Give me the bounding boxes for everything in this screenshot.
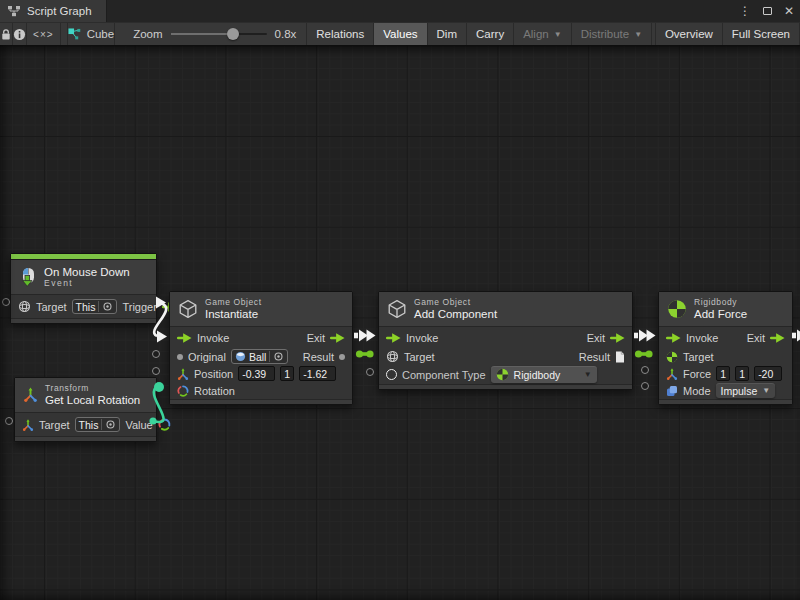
graph-canvas[interactable]: On Mouse Down Event Target This Trigger: [0, 45, 800, 600]
carry-button[interactable]: Carry: [467, 23, 514, 45]
flow-row: Invoke Exit: [379, 327, 632, 348]
node-header: Transform Get Local Rotation: [15, 378, 156, 413]
rigidbody-icon: [667, 299, 687, 319]
port-onmousedown-target[interactable]: [2, 298, 10, 306]
full-screen-button[interactable]: Full Screen: [723, 23, 800, 45]
result-doc-port[interactable]: [615, 351, 625, 363]
trigger-label: Trigger: [122, 301, 156, 313]
object-picker-icon[interactable]: [98, 301, 113, 312]
target-this-chip[interactable]: This: [75, 417, 121, 432]
exit-port[interactable]: [330, 333, 345, 343]
original-ball-chip[interactable]: Ball: [231, 349, 289, 364]
port-row: Rotation: [170, 382, 352, 399]
zoom-slider-handle[interactable]: [227, 28, 239, 40]
value-link-result-target-2: [635, 350, 653, 357]
invoke-port[interactable]: [386, 333, 401, 343]
flow-link-edge: [792, 330, 800, 342]
port-row: Position -0.39 1 -1.62: [170, 365, 352, 382]
zoom-slider-fill: [171, 33, 233, 35]
values-button[interactable]: Values: [374, 23, 427, 45]
node-title: Instantiate: [205, 308, 262, 320]
maximize-icon[interactable]: [763, 7, 772, 15]
lock-button[interactable]: [0, 23, 13, 45]
value-link-result-target: [356, 350, 374, 357]
zoom-slider[interactable]: [171, 33, 267, 35]
node-header: Game Object Add Component: [379, 292, 632, 327]
node-header: Rigidbody Add Force: [659, 292, 792, 327]
node-add-force[interactable]: Rigidbody Add Force Invoke Exit Target: [658, 291, 793, 405]
close-icon[interactable]: ✕: [784, 5, 794, 17]
value-label: Value: [125, 419, 152, 431]
exit-label: Exit: [307, 332, 325, 344]
dim-button[interactable]: Dim: [428, 23, 467, 45]
force-z-input[interactable]: -20: [754, 366, 782, 381]
port-row: Component Type Rigidbody ▼: [379, 365, 632, 384]
object-picker-icon[interactable]: [269, 351, 284, 362]
target-label: Target: [683, 351, 714, 363]
target-this-chip[interactable]: This: [72, 299, 118, 314]
inspect-button[interactable]: [13, 23, 27, 45]
overview-button[interactable]: Overview: [655, 23, 723, 45]
port-row: Mode Impulse ▼: [659, 382, 792, 399]
position-axes-icon: [177, 368, 189, 380]
exit-label: Exit: [747, 332, 765, 344]
port-instantiate-rotation-connected[interactable]: [154, 382, 164, 392]
exit-port[interactable]: [770, 333, 785, 343]
flow-row: Invoke Exit: [170, 327, 352, 348]
gameobject-cube-icon: [387, 299, 407, 319]
invoke-port[interactable]: [177, 333, 192, 343]
object-picker-icon[interactable]: [101, 419, 116, 430]
node-title: On Mouse Down: [44, 266, 130, 278]
result-port[interactable]: [339, 354, 345, 360]
mouse-icon: [19, 267, 37, 287]
rotation-value-port[interactable]: [158, 418, 171, 431]
port-getrotation-target[interactable]: [5, 417, 13, 425]
gameobject-icon: [18, 300, 31, 313]
edit-code-button[interactable]: <×>: [27, 23, 61, 45]
node-footer: [379, 384, 632, 389]
mode-label: Mode: [683, 385, 711, 397]
position-x-input[interactable]: -0.39: [238, 366, 275, 381]
force-y-input[interactable]: 1: [735, 366, 749, 381]
tab-script-graph[interactable]: Script Graph: [0, 0, 107, 22]
exit-port[interactable]: [610, 333, 625, 343]
lock-icon: [0, 28, 12, 41]
invoke-label: Invoke: [406, 332, 438, 344]
zoom-label: Zoom: [133, 28, 162, 40]
port-instantiate-position[interactable]: [152, 367, 160, 375]
window-controls: ⋮ ✕: [739, 0, 794, 22]
exit-label: Exit: [587, 332, 605, 344]
rotation-icon: [177, 385, 189, 397]
node-get-local-rotation[interactable]: Transform Get Local Rotation Target This…: [14, 377, 157, 442]
node-add-component[interactable]: Game Object Add Component Invoke Exit Ta…: [378, 291, 633, 390]
port-addforce-force[interactable]: [641, 366, 649, 374]
port-addforce-mode[interactable]: [641, 382, 649, 390]
node-header: Game Object Instantiate: [170, 292, 352, 327]
align-button[interactable]: Align ▼: [514, 23, 572, 45]
chevron-down-icon: ▼: [584, 370, 592, 379]
node-footer: [170, 399, 352, 404]
port-addcomponent-type[interactable]: [366, 368, 374, 376]
force-x-input[interactable]: 1: [716, 366, 730, 381]
node-on-mouse-down[interactable]: On Mouse Down Event Target This Trigger: [10, 253, 157, 324]
position-z-input[interactable]: -1.62: [299, 366, 336, 381]
graph-breadcrumb[interactable]: Cube: [67, 23, 116, 45]
target-label: Target: [36, 301, 67, 313]
node-instantiate[interactable]: Game Object Instantiate Invoke Exit Orig…: [169, 291, 353, 405]
port-row: Target This Value: [15, 413, 156, 436]
relations-button[interactable]: Relations: [306, 23, 374, 45]
distribute-button[interactable]: Distribute ▼: [572, 23, 653, 45]
zoom-group: Zoom 0.8x: [115, 23, 306, 45]
port-instantiate-original[interactable]: [152, 350, 160, 358]
graph-node-icon: [68, 28, 81, 41]
original-port[interactable]: [177, 354, 183, 360]
position-y-input[interactable]: 1: [280, 366, 294, 381]
component-type-label: Component Type: [402, 369, 486, 381]
component-type-dropdown[interactable]: Rigidbody ▼: [491, 366, 597, 383]
transform-icon: [23, 387, 38, 402]
menu-kebab-icon[interactable]: ⋮: [739, 5, 751, 17]
component-type-port[interactable]: [386, 369, 397, 380]
mode-dropdown[interactable]: Impulse ▼: [716, 383, 776, 398]
invoke-port[interactable]: [666, 333, 681, 343]
port-row: Target This Trigger: [11, 295, 156, 318]
